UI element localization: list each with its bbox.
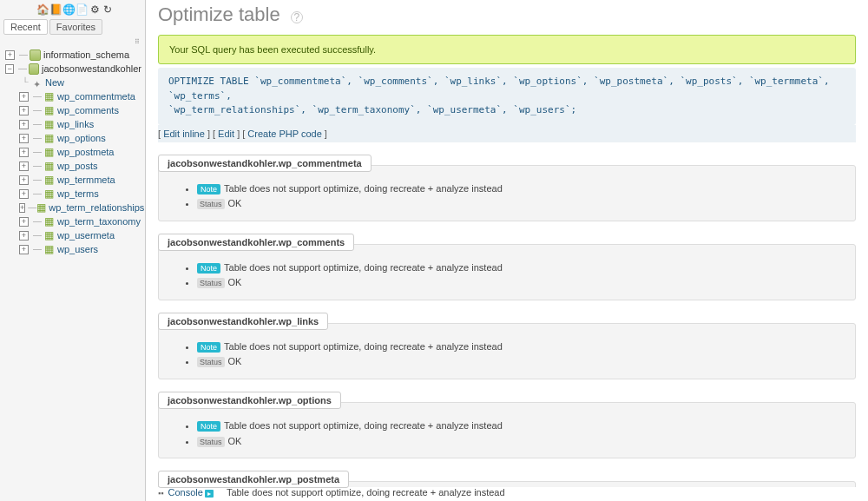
db-link[interactable]: jacobsonwestandkohler [42, 62, 141, 76]
sidebar-toolbar: 🏠 📙 🌐 📄 ⚙ ↻ [3, 2, 141, 19]
table-icon: ▦ [43, 175, 55, 186]
table-icon: ▦ [43, 216, 55, 227]
table-link[interactable]: wp_commentmeta [57, 89, 135, 103]
console-expand-icon[interactable]: ▸ [205, 490, 214, 498]
result-body: NoteTable does not support optimize, doi… [158, 402, 856, 458]
table-link[interactable]: wp_termmeta [57, 173, 115, 187]
console-bar: ▪▪ Console▸ Table does not support optim… [146, 487, 868, 501]
table-icon: ▦ [43, 147, 55, 158]
expand-icon[interactable]: + [19, 120, 29, 129]
result-title: jacobsonwestandkohler.wp_postmeta [158, 471, 349, 488]
table-link[interactable]: wp_term_relationships [49, 201, 144, 214]
result-body: NoteTable does not support optimize, doi… [158, 165, 856, 221]
status-badge: Status [197, 199, 225, 209]
result-section: jacobsonwestandkohler.wp_commentmetaNote… [158, 155, 856, 221]
table-icon: ▦ [43, 230, 55, 241]
status-badge: Status [197, 357, 225, 367]
result-title: jacobsonwestandkohler.wp_commentmeta [158, 155, 372, 172]
expand-icon[interactable]: + [19, 217, 29, 227]
note-text: Table does not support optimize, doing r… [224, 341, 503, 352]
note-badge: Note [197, 342, 220, 353]
table-link[interactable]: wp_term_taxonomy [57, 214, 141, 228]
table-link[interactable]: wp_users [57, 242, 98, 256]
table-icon: ▦ [36, 202, 46, 214]
note-text: Table does not support optimize, doing r… [224, 262, 503, 273]
status-badge: Status [197, 437, 225, 447]
note-text: Table does not support optimize, doing r… [224, 420, 503, 431]
table-link[interactable]: wp_usermeta [57, 228, 115, 242]
console-link[interactable]: Console [168, 487, 202, 498]
sidebar: 🏠 📙 🌐 📄 ⚙ ↻ Recent Favorites ⠿ +—informa… [0, 0, 146, 501]
table-icon: ▦ [43, 244, 55, 255]
status-text: OK [228, 436, 242, 446]
expand-icon[interactable]: + [19, 134, 29, 143]
tab-recent[interactable]: Recent [3, 19, 48, 35]
table-link[interactable]: wp_comments [57, 103, 119, 117]
table-link[interactable]: wp_terms [57, 187, 99, 201]
status-text: OK [228, 198, 242, 208]
status-text: OK [228, 356, 242, 366]
logout-icon[interactable]: 📙 [49, 3, 62, 16]
result-body: NoteTable does not support optimize, doi… [158, 323, 856, 379]
result-section: jacobsonwestandkohler.wp_commentsNoteTab… [158, 234, 856, 300]
expand-icon[interactable]: + [19, 245, 29, 254]
expand-icon[interactable]: + [19, 106, 29, 115]
expand-icon[interactable]: + [19, 162, 29, 171]
database-icon [29, 63, 39, 75]
result-section: jacobsonwestandkohler.wp_optionsNoteTabl… [158, 392, 856, 458]
collapse-icon[interactable]: − [5, 64, 14, 74]
expand-icon[interactable]: + [19, 175, 29, 185]
note-badge: Note [197, 421, 220, 432]
table-icon: ▦ [43, 188, 55, 200]
result-body: NoteTable does not support optimize, doi… [158, 244, 856, 300]
edit-link[interactable]: Edit [218, 129, 234, 139]
main-content: Optimize table ? Your SQL query has been… [146, 0, 868, 501]
table-icon: ▦ [43, 161, 55, 172]
table-icon: ▦ [43, 133, 55, 144]
tab-favorites[interactable]: Favorites [49, 19, 102, 35]
db-link[interactable]: information_schema [43, 48, 129, 62]
db-tree: +—information_schema−—jacobsonwestandkoh… [3, 48, 141, 256]
result-title: jacobsonwestandkohler.wp_comments [158, 234, 354, 251]
page-title: Optimize table ? [158, 3, 856, 26]
note-badge: Note [197, 263, 220, 274]
settings-icon[interactable]: ⚙ [89, 3, 101, 16]
reload-icon[interactable]: ↻ [102, 3, 114, 16]
new-icon: ✦ [31, 77, 43, 89]
result-title: jacobsonwestandkohler.wp_links [158, 313, 328, 330]
console-trail-text: Table does not support optimize, doing r… [227, 487, 505, 498]
table-icon: ▦ [43, 91, 55, 102]
sql-actions: [ Edit inline ] [ Edit ] [ Create PHP co… [158, 125, 856, 142]
expand-icon[interactable]: + [19, 203, 25, 213]
expand-icon[interactable]: + [19, 189, 29, 199]
help-icon[interactable]: ? [291, 11, 303, 23]
table-icon: ▦ [43, 119, 55, 130]
note-badge: Note [197, 184, 220, 194]
expand-icon[interactable]: + [19, 148, 29, 157]
result-title: jacobsonwestandkohler.wp_options [158, 392, 341, 409]
create-php-link[interactable]: Create PHP code [247, 129, 321, 139]
expand-icon[interactable]: + [19, 231, 29, 241]
documentation-icon[interactable]: 📄 [76, 3, 88, 16]
console-icon: ▪▪ [158, 489, 163, 498]
sql-query-box: OPTIMIZE TABLE `wp_commentmeta`, `wp_com… [158, 68, 856, 125]
expand-icon[interactable]: + [19, 92, 29, 102]
sidebar-tabs: Recent Favorites [3, 19, 141, 35]
globe-icon[interactable]: 🌐 [62, 3, 75, 16]
database-icon [30, 49, 41, 61]
table-link[interactable]: wp_options [57, 131, 106, 145]
home-icon[interactable]: 🏠 [36, 3, 49, 16]
new-table-link[interactable]: New [45, 76, 64, 89]
status-badge: Status [197, 278, 225, 288]
table-link[interactable]: wp_postmeta [57, 145, 114, 159]
edit-inline-link[interactable]: Edit inline [163, 129, 205, 139]
table-link[interactable]: wp_posts [57, 159, 97, 173]
expand-icon[interactable]: + [5, 50, 15, 60]
note-text: Table does not support optimize, doing r… [224, 183, 503, 194]
table-icon: ▦ [43, 105, 55, 116]
result-section: jacobsonwestandkohler.wp_linksNoteTable … [158, 313, 856, 379]
table-link[interactable]: wp_links [57, 117, 94, 131]
status-text: OK [228, 277, 242, 287]
success-message: Your SQL query has been executed success… [158, 35, 856, 64]
resize-handle[interactable]: ⠿ [3, 38, 141, 46]
